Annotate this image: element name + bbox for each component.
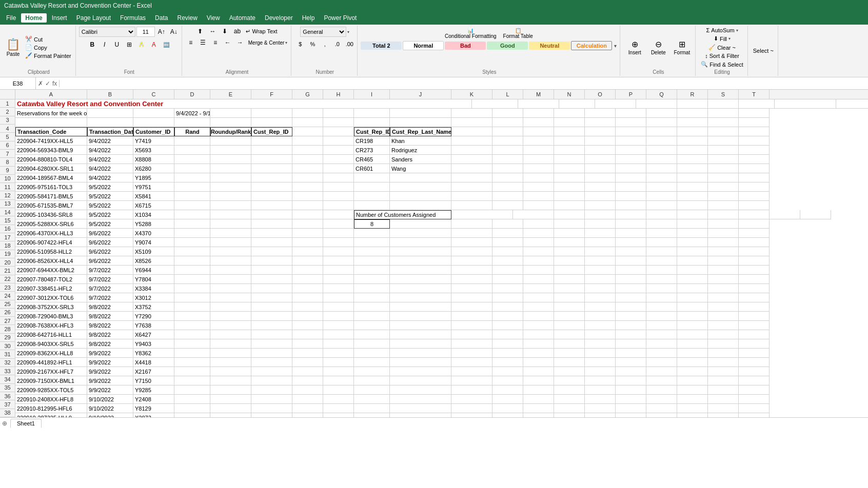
cell-I35[interactable] bbox=[354, 413, 390, 417]
cell-F25[interactable] bbox=[251, 321, 292, 330]
cell-C9[interactable]: Y1895 bbox=[133, 173, 174, 182]
cell-N26[interactable] bbox=[554, 330, 585, 339]
cell-S16[interactable] bbox=[708, 238, 739, 247]
cell-O21[interactable] bbox=[585, 284, 616, 293]
cell-J13[interactable] bbox=[451, 210, 513, 219]
cell-F29[interactable] bbox=[251, 358, 292, 367]
cell-Q26[interactable] bbox=[646, 330, 677, 339]
row-num-6[interactable]: 6 bbox=[0, 141, 15, 150]
cell-E15[interactable] bbox=[210, 229, 251, 238]
cell-D14[interactable] bbox=[174, 219, 210, 229]
cell-M25[interactable] bbox=[523, 321, 554, 330]
cell-A8[interactable]: 220904-6280XX-SRL1 bbox=[15, 164, 87, 173]
cell-Q19[interactable] bbox=[646, 266, 677, 275]
col-header-l[interactable]: L bbox=[492, 90, 523, 99]
cell-T2[interactable] bbox=[739, 109, 770, 118]
cell-K20[interactable] bbox=[451, 275, 492, 284]
col-header-g[interactable]: G bbox=[292, 90, 323, 99]
cell-P16[interactable] bbox=[616, 238, 646, 247]
cell-E4[interactable]: Roundup/Rank bbox=[210, 127, 251, 136]
cell-G2[interactable] bbox=[292, 109, 323, 118]
conditional-formatting-button[interactable]: 📊 Conditional Formatting bbox=[443, 27, 499, 40]
cell-C31[interactable]: Y7150 bbox=[133, 376, 174, 385]
cell-T25[interactable] bbox=[739, 321, 770, 330]
cell-D4[interactable]: Rand bbox=[174, 127, 210, 136]
cell-S3[interactable] bbox=[708, 118, 739, 127]
cell-A14[interactable]: 220905-5288XX-SRL6 bbox=[15, 219, 87, 229]
cell-H12[interactable] bbox=[323, 201, 354, 210]
cell-R20[interactable] bbox=[677, 275, 708, 284]
confirm-icon[interactable]: ✓ bbox=[45, 80, 50, 87]
cell-S23[interactable] bbox=[708, 302, 739, 312]
cell-P29[interactable] bbox=[616, 358, 646, 367]
row-num-22[interactable]: 22 bbox=[0, 275, 15, 283]
cell-H17[interactable] bbox=[323, 247, 354, 256]
col-header-m[interactable]: M bbox=[523, 90, 554, 99]
cell-G19[interactable] bbox=[292, 266, 323, 275]
row-num-11[interactable]: 11 bbox=[0, 183, 15, 191]
cell-F16[interactable] bbox=[251, 238, 292, 247]
cell-S25[interactable] bbox=[708, 321, 739, 330]
cell-Q11[interactable] bbox=[646, 192, 677, 201]
cell-C15[interactable]: X4370 bbox=[133, 229, 174, 238]
cell-T3[interactable] bbox=[739, 118, 770, 127]
cell-D7[interactable] bbox=[174, 155, 210, 164]
cell-F28[interactable] bbox=[251, 349, 292, 358]
cell-A30[interactable]: 220909-2167XX-HFL7 bbox=[15, 367, 87, 376]
row-num-20[interactable]: 20 bbox=[0, 258, 15, 267]
cell-L34[interactable] bbox=[492, 404, 523, 413]
cell-I6[interactable]: CR273 bbox=[354, 146, 390, 155]
format-painter-button[interactable]: 🖌️ Format Painter bbox=[23, 52, 73, 59]
cell-G21[interactable] bbox=[292, 284, 323, 293]
cell-T33[interactable] bbox=[739, 395, 770, 404]
cell-G30[interactable] bbox=[292, 367, 323, 376]
delete-button[interactable]: ⊖ Delete bbox=[647, 38, 669, 56]
cell-I12[interactable] bbox=[354, 201, 390, 210]
cell-B12[interactable]: 9/5/2022 bbox=[87, 201, 133, 210]
cell-F23[interactable] bbox=[251, 302, 292, 312]
cell-E34[interactable] bbox=[210, 404, 251, 413]
comma-button[interactable]: , bbox=[319, 39, 330, 49]
cell-E11[interactable] bbox=[210, 192, 251, 201]
cell-K18[interactable] bbox=[451, 256, 492, 266]
cell-T22[interactable] bbox=[739, 293, 770, 302]
col-header-q[interactable]: Q bbox=[646, 90, 677, 99]
cell-D13[interactable] bbox=[174, 210, 210, 219]
cell-R12[interactable] bbox=[677, 201, 708, 210]
cell-I30[interactable] bbox=[354, 367, 390, 376]
cell-H24[interactable] bbox=[323, 312, 354, 321]
cell-K5[interactable] bbox=[451, 136, 492, 146]
cell-Q3[interactable] bbox=[646, 118, 677, 127]
cell-M24[interactable] bbox=[523, 312, 554, 321]
cell-P17[interactable] bbox=[616, 247, 646, 256]
cell-B23[interactable]: 9/8/2022 bbox=[87, 302, 133, 312]
cell-E28[interactable] bbox=[210, 349, 251, 358]
cell-M21[interactable] bbox=[523, 284, 554, 293]
cell-R10[interactable] bbox=[677, 182, 708, 192]
cell-D24[interactable] bbox=[174, 312, 210, 321]
cell-R29[interactable] bbox=[677, 358, 708, 367]
cell-H30[interactable] bbox=[323, 367, 354, 376]
cell-E32[interactable] bbox=[210, 385, 251, 395]
cell-B31[interactable]: 9/9/2022 bbox=[87, 376, 133, 385]
row-num-1[interactable]: 1 bbox=[0, 99, 15, 108]
cell-N28[interactable] bbox=[554, 349, 585, 358]
cell-Q23[interactable] bbox=[646, 302, 677, 312]
row-num-12[interactable]: 12 bbox=[0, 191, 15, 199]
cell-P12[interactable] bbox=[616, 201, 646, 210]
cell-M29[interactable] bbox=[523, 358, 554, 367]
cell-E30[interactable] bbox=[210, 367, 251, 376]
cell-Q25[interactable] bbox=[646, 321, 677, 330]
cell-B20[interactable]: 9/7/2022 bbox=[87, 275, 133, 284]
cell-A5[interactable]: 220904-7419XX-HLL5 bbox=[15, 136, 87, 146]
cell-A21[interactable]: 220907-338451-HFL2 bbox=[15, 284, 87, 293]
cell-R19[interactable] bbox=[677, 266, 708, 275]
align-right-button[interactable]: ≡ bbox=[210, 38, 221, 47]
cell-P28[interactable] bbox=[616, 349, 646, 358]
cell-T24[interactable] bbox=[739, 312, 770, 321]
formula-input[interactable] bbox=[60, 80, 868, 87]
cell-G13[interactable] bbox=[292, 210, 323, 219]
cell-T14[interactable] bbox=[739, 219, 770, 229]
align-top-button[interactable]: ⬆ bbox=[194, 27, 206, 36]
cell-A27[interactable]: 220908-9403XX-SRL5 bbox=[15, 339, 87, 349]
